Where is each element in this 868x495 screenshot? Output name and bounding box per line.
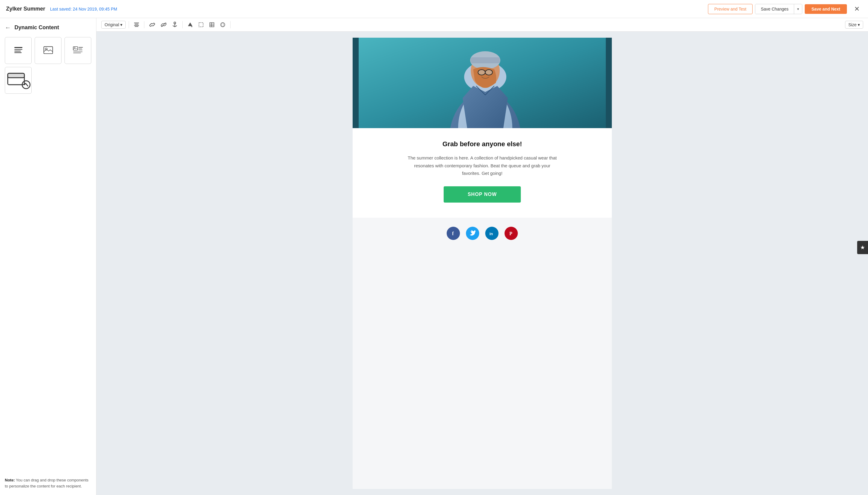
component-image-block[interactable] (35, 37, 62, 64)
note-bold: Note: (5, 478, 15, 482)
email-preview: Grab before anyone else! The summer coll… (353, 38, 612, 489)
toolbar-sep-2 (144, 21, 144, 28)
anchor-icon (172, 22, 177, 28)
toolbar-sep-1 (129, 21, 129, 28)
svg-rect-8 (79, 47, 83, 48)
star-icon: ★ (860, 244, 865, 251)
text-block-icon (12, 45, 24, 57)
sidebar: ← Dynamic Content (0, 18, 97, 495)
table-button[interactable] (207, 21, 216, 29)
linkedin-social-icon[interactable]: in (485, 227, 499, 240)
link-button[interactable] (147, 21, 157, 29)
svg-rect-11 (73, 51, 83, 52)
fill-color-icon (188, 22, 193, 28)
shop-now-button[interactable]: SHOP NOW (444, 186, 521, 203)
table-icon (209, 22, 214, 28)
component-image-text-block[interactable] (65, 37, 91, 64)
select-icon (198, 22, 204, 28)
facebook-icon: f (450, 230, 457, 237)
last-saved-text: Last saved: 24 Nov 2019, 09:45 PM (50, 7, 117, 12)
email-social-footer: f in P (353, 218, 612, 249)
svg-text:in: in (489, 232, 493, 236)
header-left: Zylker Summer Last saved: 24 Nov 2019, 0… (6, 6, 117, 12)
sidebar-note: Note: You can drag and drop these compon… (5, 472, 91, 489)
align-button[interactable] (132, 21, 141, 29)
image-text-block-icon (72, 45, 84, 57)
original-label: Original (105, 22, 119, 27)
sidebar-title: Dynamic Content (15, 24, 59, 31)
note-text: You can drag and drop these components t… (5, 478, 89, 488)
original-dropdown[interactable]: Original ▾ (101, 21, 126, 29)
email-content-block: Grab before anyone else! The summer coll… (353, 128, 612, 218)
svg-rect-9 (79, 48, 82, 49)
twitter-social-icon[interactable] (466, 227, 479, 240)
svg-rect-1 (14, 49, 22, 50)
unlink-icon (161, 22, 167, 28)
svg-point-29 (221, 23, 225, 27)
svg-rect-18 (134, 25, 139, 25)
svg-rect-14 (8, 73, 24, 78)
save-changes-dropdown-arrow[interactable]: ▾ (794, 4, 802, 14)
component-text-block[interactable] (5, 37, 32, 64)
save-changes-group: Save Changes ▾ (755, 4, 802, 14)
header-actions: Preview and Test Save Changes ▾ Save and… (708, 4, 862, 14)
svg-rect-19 (135, 26, 138, 27)
svg-rect-10 (79, 49, 82, 50)
sidebar-back-button[interactable]: ← (5, 24, 11, 31)
size-chevron-icon: ▾ (858, 22, 860, 27)
linkedin-icon: in (489, 230, 495, 237)
image-block-icon (42, 45, 54, 57)
component-interactive-block[interactable] (5, 67, 32, 94)
svg-text:P: P (509, 231, 513, 236)
editor-toolbar: Original ▾ (97, 18, 868, 32)
document-title: Zylker Summer (6, 6, 45, 12)
facebook-social-icon[interactable]: f (447, 227, 460, 240)
header: Zylker Summer Last saved: 24 Nov 2019, 0… (0, 0, 868, 18)
preview-and-test-button[interactable]: Preview and Test (708, 4, 752, 14)
svg-point-40 (485, 70, 492, 75)
favorite-tab[interactable]: ★ (857, 241, 868, 254)
link-icon (149, 22, 155, 28)
fill-color-button[interactable] (186, 21, 195, 29)
svg-rect-3 (14, 52, 21, 53)
pinterest-social-icon[interactable]: P (505, 227, 518, 240)
effects-icon (220, 22, 225, 28)
anchor-button[interactable] (170, 20, 179, 29)
component-grid-row1 (5, 37, 91, 64)
interactive-block-icon (5, 67, 31, 93)
email-hero-image (353, 38, 612, 128)
unlink-button[interactable] (159, 21, 169, 29)
close-button[interactable]: ✕ (852, 4, 862, 14)
canvas-container: Grab before anyone else! The summer coll… (97, 32, 868, 495)
svg-rect-4 (44, 47, 52, 53)
size-label: Size (848, 22, 856, 27)
effects-button[interactable] (218, 21, 227, 29)
email-body-text: The summer collection is here. A collect… (407, 154, 558, 177)
svg-rect-16 (134, 23, 139, 23)
pinterest-icon: P (508, 230, 515, 237)
original-chevron-icon: ▾ (120, 22, 122, 27)
twitter-icon (469, 230, 476, 237)
svg-rect-6 (73, 47, 78, 50)
email-image-block (353, 38, 612, 128)
email-headline: Grab before anyone else! (371, 140, 594, 148)
svg-point-39 (478, 70, 485, 75)
svg-rect-12 (73, 52, 81, 53)
svg-text:f: f (452, 231, 454, 236)
component-grid-row2 (5, 67, 91, 94)
editor-area: Original ▾ (97, 18, 868, 495)
svg-rect-2 (14, 51, 20, 52)
main-layout: ← Dynamic Content (0, 18, 868, 495)
hero-image-svg (353, 38, 612, 128)
size-dropdown[interactable]: Size ▾ (845, 21, 863, 29)
save-and-next-button[interactable]: Save and Next (805, 4, 847, 14)
svg-rect-0 (14, 47, 22, 48)
svg-rect-38 (471, 57, 500, 63)
svg-rect-17 (135, 24, 138, 24)
svg-rect-24 (199, 23, 203, 27)
align-icon (134, 22, 139, 28)
save-changes-button[interactable]: Save Changes (755, 4, 794, 14)
select-button[interactable] (196, 21, 206, 29)
sidebar-header: ← Dynamic Content (5, 24, 91, 31)
svg-rect-25 (210, 23, 214, 27)
